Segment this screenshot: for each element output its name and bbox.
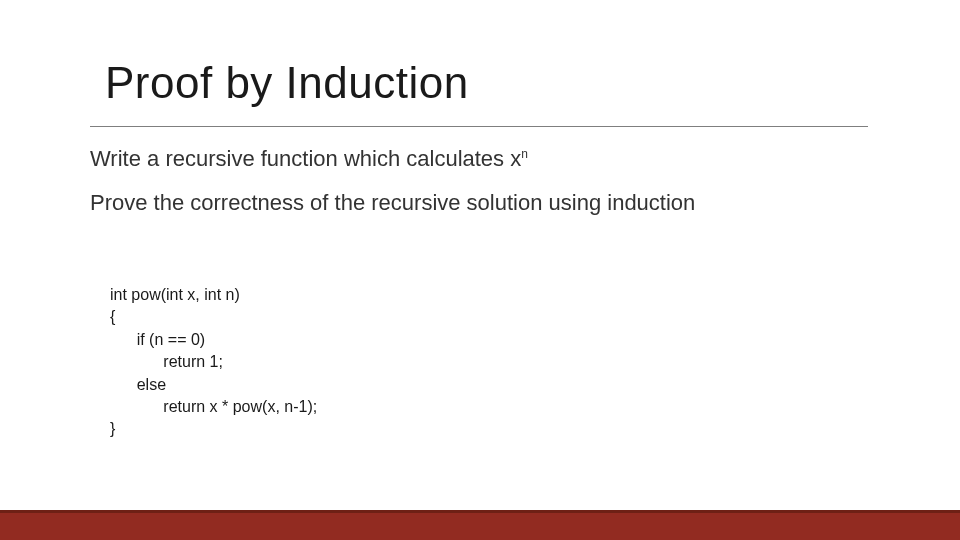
line1-text: Write a recursive function which calcula… (90, 146, 521, 171)
body-line-1: Write a recursive function which calcula… (90, 146, 528, 172)
slide-title: Proof by Induction (105, 58, 469, 108)
body-line-2: Prove the correctness of the recursive s… (90, 190, 695, 216)
bottom-accent-bar (0, 510, 960, 540)
horizontal-rule (90, 126, 868, 127)
slide: Proof by Induction Write a recursive fun… (0, 0, 960, 540)
code-block: int pow(int x, int n) { if (n == 0) retu… (110, 284, 317, 441)
line1-superscript: n (521, 147, 528, 161)
